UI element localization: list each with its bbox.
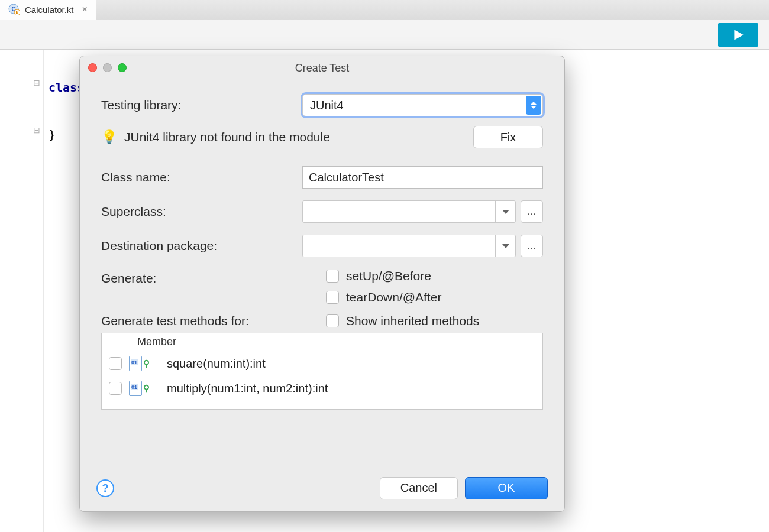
ok-button[interactable]: OK [465,477,548,499]
member-row[interactable]: ⚲ multiply(num1:int, num2:int):int [102,376,542,401]
dialog-title: Create Test [295,62,350,74]
method-icon: ⚲ [129,381,151,396]
show-inherited-label: Show inherited methods [346,314,479,328]
testing-library-value: JUnit4 [310,99,344,112]
member-checkbox[interactable] [109,357,122,370]
help-button[interactable]: ? [96,479,114,497]
destination-package-browse-button[interactable]: … [521,235,543,257]
superclass-label: Superclass: [101,205,302,219]
member-table: Member ⚲ square(num:int):int ⚲ multiply(… [101,333,543,410]
svg-marker-4 [734,30,743,40]
setup-before-label: setUp/@Before [346,269,431,283]
create-test-dialog: Create Test Testing library: JUnit4 💡 JU… [79,56,565,512]
editor-tab-bar: C K Calculator.kt × [0,0,769,20]
show-inherited-checkbox[interactable] [326,314,339,327]
member-checkbox[interactable] [109,382,122,395]
lightbulb-icon: 💡 [101,129,117,145]
zoom-window-icon[interactable] [118,63,127,72]
combo-arrow-icon[interactable] [526,96,541,115]
teardown-after-label: tearDown/@After [346,290,441,304]
fix-button[interactable]: Fix [473,126,543,148]
teardown-after-checkbox[interactable] [326,291,339,304]
setup-before-checkbox[interactable] [326,270,339,283]
member-header-label: Member [131,336,176,348]
dialog-titlebar[interactable]: Create Test [80,56,564,80]
dropdown-arrow-icon[interactable] [495,201,515,222]
close-tab-icon[interactable]: × [82,4,88,15]
fold-marker-icon[interactable]: ⊟ [33,125,40,135]
dialog-footer: ? Cancel OK [80,464,564,511]
file-tab-label: Calculator.kt [25,5,74,15]
testing-library-label: Testing library: [101,98,302,112]
member-table-header[interactable]: Member [102,333,542,351]
code-area[interactable]: class } [44,50,84,532]
library-missing-hint: JUnit4 library not found in the module [124,130,466,144]
destination-package-label: Destination package: [101,239,302,253]
member-row[interactable]: ⚲ square(num:int):int [102,351,542,376]
generate-label: Generate: [101,269,326,286]
editor-gutter: ⊟ ⊟ [0,50,44,532]
member-signature: multiply(num1:int, num2:int):int [167,382,328,395]
file-tab-calculator[interactable]: C K Calculator.kt × [0,0,96,20]
window-controls [88,63,127,72]
run-button[interactable] [718,23,758,47]
generate-methods-label: Generate test methods for: [101,314,326,328]
toolbar-strip [0,20,769,50]
member-signature: square(num:int):int [167,357,266,371]
class-name-label: Class name: [101,170,302,184]
kotlin-file-icon: C K [8,4,20,15]
superclass-combo[interactable] [302,200,516,223]
code-closing-brace: } [44,123,84,147]
destination-package-combo[interactable] [302,235,516,257]
fold-marker-icon[interactable]: ⊟ [33,78,40,87]
testing-library-combo[interactable]: JUnit4 [302,94,543,116]
close-window-icon[interactable] [88,63,97,72]
cancel-button[interactable]: Cancel [380,477,458,499]
class-name-input[interactable] [302,166,543,189]
svg-text:K: K [15,11,18,15]
superclass-browse-button[interactable]: … [521,200,543,223]
dropdown-arrow-icon[interactable] [495,235,515,257]
method-icon: ⚲ [129,356,151,371]
minimize-window-icon [103,63,112,72]
